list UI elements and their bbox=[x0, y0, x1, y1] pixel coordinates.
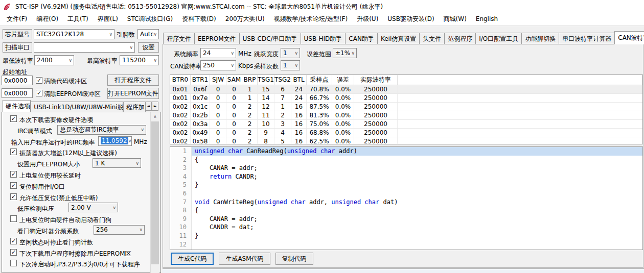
can-baud-select[interactable]: 250 ∨ bbox=[200, 60, 236, 70]
option-checkbox[interactable]: ✓ bbox=[10, 249, 17, 256]
menu-item[interactable]: 工具(T) bbox=[63, 13, 93, 26]
hardware-option-row: ✓空闲状态时停止看门狗计数 bbox=[3, 236, 150, 247]
clear-eeprom-checkbox[interactable]: ✓ bbox=[36, 90, 42, 96]
max-baud-select[interactable]: 115200 ∨ bbox=[120, 55, 159, 65]
chip-model-button[interactable]: 芯片型号 bbox=[3, 29, 32, 39]
menu-item[interactable]: USB驱动安装(D) bbox=[383, 13, 439, 26]
sys-freq-select[interactable]: 24 ∨ bbox=[200, 48, 236, 58]
port-settings-button[interactable]: 设置 bbox=[138, 42, 159, 53]
generate-button[interactable]: 生成C代码 bbox=[171, 253, 214, 265]
table-header-cell: BTL bbox=[291, 75, 307, 85]
tab-EEPROM文件[interactable]: EEPROM文件 bbox=[194, 33, 240, 44]
chip-model-select[interactable]: STC32G12K128 ∨ bbox=[34, 29, 114, 39]
tab-串口波特率计算器[interactable]: 串口波特率计算器 bbox=[559, 33, 615, 44]
generated-code-view[interactable]: 1unsigned char CanReadReg(unsigned char … bbox=[170, 146, 643, 250]
code-token: } bbox=[195, 232, 198, 239]
option-select[interactable]: 2.00 V∨ bbox=[68, 203, 118, 212]
table-row[interactable]: 0x020x3a0021031675.0%0.0%250000 bbox=[170, 120, 642, 129]
table-cell: 0x3a bbox=[191, 120, 210, 128]
option-select[interactable]: 1 K∨ bbox=[93, 158, 141, 168]
sjw-select[interactable]: 1 ∨ bbox=[281, 48, 300, 58]
menu-item[interactable]: English bbox=[471, 13, 502, 26]
option-checkbox[interactable] bbox=[10, 260, 17, 266]
menu-item[interactable]: 商城(W) bbox=[439, 13, 471, 26]
menu-item[interactable]: 200万大奖(U) bbox=[221, 13, 269, 26]
code-address-input[interactable]: 0x0000 bbox=[2, 76, 33, 85]
tab-scroll-left-icon[interactable]: ◄ bbox=[145, 102, 152, 111]
tab-USB-CDC/串口助手[interactable]: USB-CDC/串口助手 bbox=[239, 33, 301, 44]
tab-Keil仿真设置[interactable]: Keil仿真设置 bbox=[377, 33, 420, 44]
min-baud-select[interactable]: 2400 ∨ bbox=[34, 55, 74, 65]
window-title: STC-ISP (V6.92M) (服务电话/销售电话: 0513-550129… bbox=[15, 3, 383, 11]
scan-port-button[interactable]: 扫描串口 bbox=[3, 42, 32, 53]
hardware-option-row: ✓振荡器放大增益(12M以上建议选择) bbox=[3, 147, 150, 158]
option-select[interactable]: 256∨ bbox=[94, 225, 145, 235]
generate-button[interactable]: 生成ASM代码 bbox=[219, 253, 270, 265]
left-tab[interactable]: 硬件选项 bbox=[3, 100, 31, 112]
option-select[interactable]: 总是动态调节IRC频率∨ bbox=[57, 125, 146, 135]
table-cell: 1 bbox=[274, 103, 291, 111]
left-tab[interactable]: 程序加 bbox=[123, 102, 146, 112]
option-checkbox[interactable]: ✓ bbox=[10, 148, 17, 155]
open-eeprom-file-button[interactable]: 打开EEPROM文件 bbox=[107, 88, 159, 99]
table-header-row: BTR0BTR1SJWSAMBRPTSG1TSG2BTL采样点误差实际波特率 bbox=[170, 75, 642, 85]
menu-item[interactable]: 文件(F) bbox=[2, 13, 32, 26]
option-checkbox[interactable]: ✓ bbox=[10, 182, 17, 189]
hardware-option-row: 下次冷启动时,P3.2/P3.3为0/0才可下载程序 bbox=[3, 258, 150, 269]
tab-USB-HID助手[interactable]: USB-HID助手 bbox=[301, 33, 346, 44]
table-row[interactable]: 0x020x58002851662.5%0.0%250000 bbox=[170, 137, 642, 144]
table-row[interactable]: 0x010x7e0011472466.7%0.0%250000 bbox=[170, 94, 642, 103]
tab-I/O口配置工具[interactable]: I/O口配置工具 bbox=[475, 33, 522, 44]
menu-item[interactable]: 编程(O) bbox=[32, 13, 63, 26]
serial-port-select[interactable]: ∨ bbox=[34, 42, 135, 53]
menu-item[interactable]: 界面(L) bbox=[93, 13, 123, 26]
tab-CAN波特率计算器[interactable]: CAN波特率计算器 bbox=[614, 31, 644, 44]
option-checkbox[interactable] bbox=[10, 215, 17, 222]
menu-item[interactable]: 视频教学/技术论坛/选型(F) bbox=[269, 13, 352, 26]
option-checkbox[interactable]: ✓ bbox=[10, 171, 17, 178]
table-header-cell: TSG2 bbox=[274, 75, 291, 85]
option-label: 复位脚用作I/O口 bbox=[19, 183, 65, 191]
open-program-file-button[interactable]: 打开程序文件 bbox=[107, 75, 159, 86]
tab-CAN助手[interactable]: CAN助手 bbox=[345, 33, 378, 44]
sample-count-select[interactable]: 1 ∨ bbox=[281, 60, 300, 70]
pin-count-select[interactable]: Auto ∨ bbox=[137, 29, 159, 39]
error-range-select[interactable]: ±1% ∨ bbox=[333, 48, 357, 58]
menu-item[interactable]: 升级(U) bbox=[352, 13, 383, 26]
code-token: addr, bbox=[306, 198, 332, 206]
table-cell: 0.0% bbox=[332, 94, 354, 102]
menu-item[interactable]: 资料下载(D) bbox=[177, 13, 221, 26]
menu-item[interactable]: STC调试接口(G) bbox=[123, 13, 177, 26]
table-cell: 0 bbox=[226, 120, 242, 128]
table-row[interactable]: 0x020x2b0021121681.3%0.0%250000 bbox=[170, 111, 642, 120]
tab-功能脚切换[interactable]: 功能脚切换 bbox=[521, 33, 559, 44]
table-cell: 0x49 bbox=[191, 129, 210, 137]
max-baud-label: 最高波特率 bbox=[87, 57, 118, 65]
scrollbar-thumb[interactable] bbox=[151, 121, 159, 264]
option-checkbox[interactable]: ✓ bbox=[10, 238, 17, 244]
tab-范例程序[interactable]: 范例程序 bbox=[444, 33, 476, 44]
table-row[interactable]: 0x020x1c0021211687.5%0.0%250000 bbox=[170, 103, 642, 111]
clear-code-checkbox[interactable]: ✓ bbox=[36, 77, 42, 84]
table-row[interactable]: 0x020x49002941668.8%0.0%250000 bbox=[170, 129, 642, 137]
chevron-down-icon: ∨ bbox=[351, 51, 355, 56]
options-scrollbar[interactable]: ∧ bbox=[150, 112, 159, 273]
option-checkbox[interactable]: ✓ bbox=[10, 115, 17, 122]
scroll-up-icon[interactable]: ∧ bbox=[151, 112, 159, 121]
code-token: { bbox=[195, 156, 198, 163]
code-line-text bbox=[192, 240, 642, 249]
left-tab[interactable]: USB-Link1D/U8W/U8W-Mini脱机 bbox=[31, 102, 123, 112]
tab-程序文件[interactable]: 程序文件 bbox=[163, 33, 195, 44]
table-cell: 14 bbox=[258, 94, 274, 102]
menu-bar: 文件(F)编程(O)工具(T)界面(L)STC调试接口(G)资料下载(D)200… bbox=[0, 13, 644, 26]
table-row[interactable]: 0x010x6f0011562470.8%0.0%250000 bbox=[170, 85, 642, 94]
eeprom-address-input[interactable]: 0x0000 bbox=[2, 88, 33, 98]
generate-button[interactable]: 复制代码 bbox=[275, 253, 313, 265]
tab-scroll-right-icon[interactable]: ► bbox=[152, 102, 158, 111]
option-checkbox[interactable]: ✓ bbox=[10, 193, 17, 200]
table-cell-filler bbox=[398, 120, 642, 128]
option-select[interactable]: 11.0592∨ bbox=[98, 136, 132, 146]
tab-头文件[interactable]: 头文件 bbox=[419, 33, 445, 44]
chevron-down-icon: ∨ bbox=[231, 63, 234, 68]
code-token: return bbox=[210, 173, 232, 180]
